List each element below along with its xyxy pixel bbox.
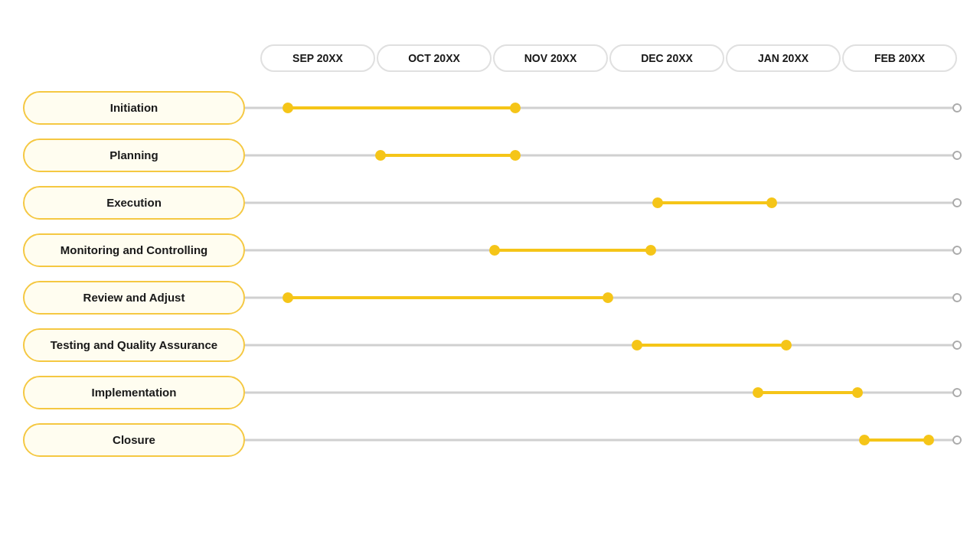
chart-container: SEP 20XXOCT 20XXNOV 20XXDEC 20XXJAN 20XX… <box>23 44 957 464</box>
month-row: SEP 20XXOCT 20XXNOV 20XXDEC 20XXJAN 20XX… <box>260 44 957 72</box>
dot-start <box>652 197 663 208</box>
track-segment <box>658 201 772 204</box>
timeline-track <box>245 369 957 416</box>
task-row: Implementation <box>23 369 957 416</box>
task-label: Planning <box>23 139 245 172</box>
track-segment <box>381 154 516 157</box>
task-row: Execution <box>23 179 957 227</box>
dot-end <box>923 435 934 445</box>
timeline-track <box>245 132 957 179</box>
dot-start <box>489 245 500 256</box>
timeline-track <box>245 179 957 227</box>
task-label: Initiation <box>23 91 245 125</box>
dot-end <box>781 340 792 350</box>
dot-empty <box>952 388 962 397</box>
month-badge: DEC 20XX <box>609 44 724 72</box>
task-row: Review and Adjust <box>23 274 957 321</box>
dot-empty <box>952 198 962 207</box>
timeline-track <box>245 321 957 369</box>
track-segment <box>637 344 786 347</box>
dot-end <box>603 292 613 303</box>
dot-start <box>753 387 763 398</box>
timeline-track <box>245 227 957 274</box>
dot-start <box>283 292 293 303</box>
dot-empty <box>952 103 962 112</box>
month-badge: OCT 20XX <box>377 44 492 72</box>
timeline-track <box>245 274 957 321</box>
dot-end <box>852 387 863 398</box>
dot-empty <box>952 293 962 302</box>
track-segment <box>495 249 652 252</box>
month-badge: SEP 20XX <box>260 44 375 72</box>
dot-empty <box>952 151 962 160</box>
dot-start <box>283 103 293 113</box>
task-label: Review and Adjust <box>23 281 245 315</box>
track-line <box>245 439 957 442</box>
timeline-track <box>245 84 957 132</box>
task-row: Testing and Quality Assurance <box>23 321 957 369</box>
dot-start <box>859 435 870 445</box>
task-row: Planning <box>23 132 957 179</box>
track-segment <box>864 439 929 442</box>
dot-end <box>766 197 777 208</box>
track-line <box>245 344 957 347</box>
month-badge: NOV 20XX <box>493 44 608 72</box>
track-segment <box>288 296 609 299</box>
task-label: Monitoring and Controlling <box>23 233 245 267</box>
task-label: Execution <box>23 186 245 220</box>
task-label: Closure <box>23 423 245 457</box>
task-label: Testing and Quality Assurance <box>23 328 245 362</box>
task-row: Monitoring and Controlling <box>23 227 957 274</box>
month-badge: FEB 20XX <box>842 44 957 72</box>
track-line <box>245 155 957 157</box>
track-segment <box>288 106 516 109</box>
task-row: Closure <box>23 416 957 464</box>
dot-end <box>510 103 521 113</box>
dot-end <box>510 150 521 161</box>
track-segment <box>758 391 858 394</box>
track-line <box>245 202 957 204</box>
dot-empty <box>952 435 962 445</box>
dot-empty <box>952 341 962 350</box>
dot-start <box>375 150 386 161</box>
dot-end <box>645 245 656 256</box>
task-row: Initiation <box>23 84 957 132</box>
dot-empty <box>952 246 962 255</box>
timeline-track <box>245 416 957 464</box>
month-badge: JAN 20XX <box>726 44 841 72</box>
dot-start <box>632 340 642 350</box>
task-label: Implementation <box>23 376 245 409</box>
